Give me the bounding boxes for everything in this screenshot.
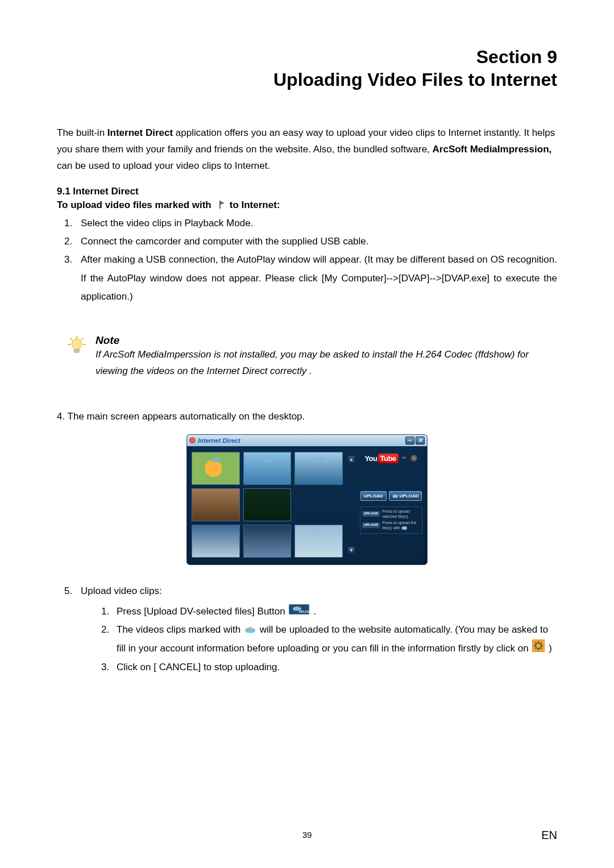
- steps-list: Select the video clips in Playback Mode.…: [75, 214, 557, 306]
- section-label: Section 9: [476, 47, 557, 67]
- substep-2: The videos clips marked with will be upl…: [112, 621, 557, 658]
- globe-icon: [189, 437, 196, 443]
- svg-text:UPLOAD: UPLOAD: [299, 610, 309, 613]
- brand-internet-direct: Internet Direct: [107, 127, 173, 138]
- cloud-icon: [211, 454, 220, 460]
- upload-button[interactable]: UPLOAD: [360, 491, 387, 501]
- app-title: Internet Direct: [198, 437, 240, 444]
- youtube-logo: YouTube ™: [360, 454, 422, 463]
- note-body: If ArcSoft MediaImperssion is not instal…: [96, 347, 557, 380]
- svg-line-32: [536, 648, 537, 649]
- step-3: After making a USB connection, the AutoP…: [75, 251, 557, 306]
- substep-1: Press [Upload DV-selected files] Button …: [112, 603, 557, 621]
- thumb[interactable]: [294, 525, 343, 558]
- close-icon[interactable]: ✕: [416, 437, 425, 445]
- brand-arcsoft: ArcSoft MediaImpression,: [433, 144, 552, 155]
- upload-dv-button[interactable]: UPLOAD: [389, 491, 422, 501]
- svg-line-30: [541, 648, 542, 649]
- cloud-mark-icon: [244, 621, 256, 639]
- thumb[interactable]: [192, 525, 240, 558]
- thumb[interactable]: [243, 452, 292, 485]
- substeps-list: Press [Upload DV-selected files] Button …: [112, 603, 557, 677]
- intro-paragraph: The built-in Internet Direct application…: [57, 125, 557, 175]
- section-title: Uploading Video Files to Internet: [273, 69, 557, 90]
- section-header: Section 9 Uploading Video Files to Inter…: [57, 45, 557, 91]
- upload-dv-inline-icon: UPLOAD: [289, 603, 309, 621]
- page-number: 39: [0, 830, 614, 840]
- hint-box: UPLOADPress to upload selected file(s). …: [360, 506, 422, 534]
- scroll-up-icon[interactable]: ▲: [347, 455, 355, 463]
- note-title: Note: [96, 334, 557, 347]
- step-4: 4. The main screen appears automatically…: [57, 408, 557, 426]
- thumb[interactable]: [243, 525, 292, 558]
- settings-inline-icon: [532, 639, 545, 658]
- cloud-upload-icon: [392, 493, 398, 498]
- substep-3: Click on [ CANCEL] to stop uploading.: [112, 658, 557, 676]
- svg-line-3: [81, 338, 83, 340]
- lightbulb-icon: [67, 335, 86, 357]
- scroll-down-icon[interactable]: ▼: [347, 546, 355, 554]
- app-titlebar: Internet Direct – ✕: [187, 435, 427, 446]
- mini-upload-dv-icon: UPLOAD: [362, 522, 380, 528]
- step-1: Select the video clips in Playback Mode.: [75, 214, 557, 232]
- step-5: Upload video clips: Press [Upload DV-sel…: [75, 582, 557, 677]
- thumb[interactable]: [192, 488, 240, 521]
- mini-upload-icon: UPLOAD: [362, 511, 380, 517]
- minimize-icon[interactable]: –: [405, 437, 414, 445]
- app-screenshot: Internet Direct – ✕ ▲ ▼ You: [186, 434, 428, 565]
- cloud-icon: [263, 454, 272, 460]
- page-language: EN: [541, 829, 557, 842]
- steps-list-2: Upload video clips: Press [Upload DV-sel…: [75, 582, 557, 677]
- svg-line-31: [541, 643, 542, 644]
- thumb[interactable]: [243, 488, 292, 521]
- svg-rect-6: [74, 350, 79, 352]
- cloud-icon: [314, 454, 323, 460]
- subsection-title: 9.1 Internet Direct: [57, 186, 557, 197]
- step-2: Connect the camcorder and computer with …: [75, 232, 557, 251]
- gear-icon[interactable]: [410, 454, 418, 462]
- flag-icon: [216, 200, 225, 211]
- note-block: Note If ArcSoft MediaImperssion is not i…: [67, 334, 557, 380]
- thumb[interactable]: [294, 452, 343, 485]
- svg-line-29: [536, 643, 537, 644]
- subsection-instruction: To upload video files marked with to Int…: [57, 200, 557, 211]
- svg-line-2: [70, 338, 72, 340]
- svg-rect-0: [219, 201, 221, 209]
- thumb[interactable]: [192, 452, 240, 485]
- thumbnail-grid: [192, 452, 343, 558]
